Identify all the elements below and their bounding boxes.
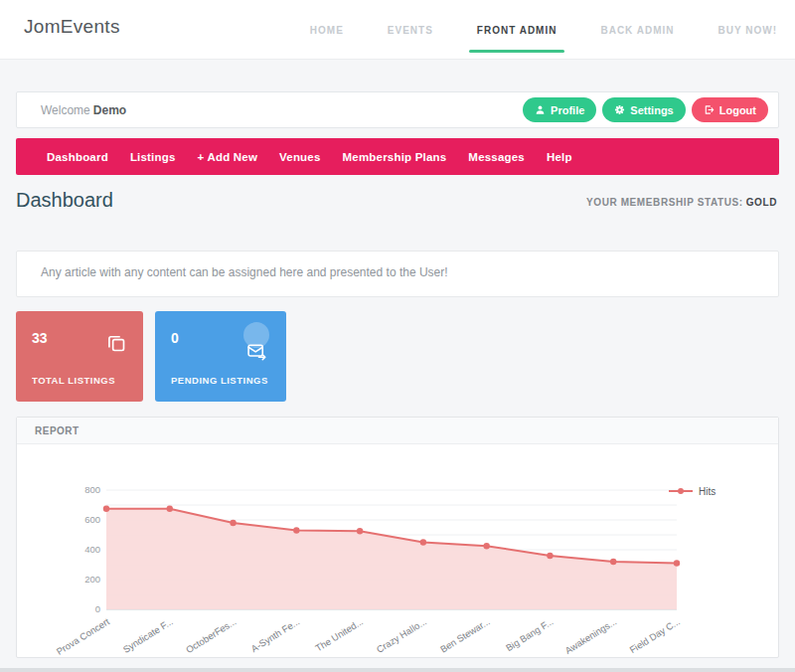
membership-status: YOUR MEMEBRSHIP STATUS:GOLD (586, 197, 777, 208)
username: Demo (93, 103, 126, 117)
hits-area-chart: 0200400600800Prova ConcertSyndicate F...… (17, 443, 778, 657)
notice-box: Any article with any content can be assi… (16, 251, 779, 297)
svg-text:Awakenings...: Awakenings... (562, 615, 618, 656)
admin-nav-help[interactable]: Help (536, 151, 583, 163)
profile-button[interactable]: Profile (523, 97, 596, 122)
svg-text:Field Day C...: Field Day C... (627, 615, 682, 655)
page-title: Dashboard (16, 189, 113, 212)
logout-button[interactable]: Logout (692, 97, 768, 122)
svg-text:The United...: The United... (313, 615, 365, 653)
mail-forward-icon (246, 341, 266, 361)
svg-text:0: 0 (95, 603, 100, 614)
admin-nav-membership-plans[interactable]: Membership Plans (332, 151, 458, 163)
report-panel: REPORT 0200400600800Prova ConcertSyndica… (16, 417, 779, 658)
admin-nav-listings[interactable]: Listings (119, 151, 187, 163)
svg-text:800: 800 (84, 484, 100, 495)
nav-item-events[interactable]: EVENTS (386, 21, 435, 40)
settings-button-label: Settings (630, 104, 673, 116)
admin-nav-messages[interactable]: Messages (457, 151, 536, 163)
total-listings-card[interactable]: 33 TOTAL LISTINGS (16, 311, 143, 402)
jomevents-logo: JomEvents (24, 16, 120, 38)
report-panel-title: REPORT (35, 425, 80, 436)
nav-item-front-admin[interactable]: FRONT ADMIN (475, 21, 559, 40)
welcome-label: Welcome (41, 103, 90, 117)
membership-status-value: GOLD (746, 197, 777, 208)
gear-icon (614, 104, 625, 115)
nav-item-home[interactable]: HOME (308, 21, 346, 40)
admin-nav-dashboard[interactable]: Dashboard (36, 151, 119, 163)
settings-button[interactable]: Settings (602, 97, 685, 122)
pending-listings-card[interactable]: 0 PENDING LISTINGS (155, 311, 286, 402)
admin-nav: Dashboard Listings + Add New Venues Memb… (16, 138, 779, 175)
total-listings-value: 33 (32, 330, 48, 346)
site-nav: HOME EVENTS FRONT ADMIN BACK ADMIN BUY N… (308, 0, 779, 60)
svg-text:Ben Stewar...: Ben Stewar... (438, 615, 492, 654)
nav-item-back-admin[interactable]: BACK ADMIN (598, 21, 676, 40)
total-listings-label: TOTAL LISTINGS (32, 375, 115, 386)
nav-item-buy-now[interactable]: BUY NOW! (716, 21, 779, 40)
welcome-text: WelcomeDemo (41, 103, 126, 117)
copy-icon (106, 333, 126, 353)
profile-button-label: Profile (551, 104, 584, 116)
svg-text:Syndicate F...: Syndicate F... (121, 615, 175, 655)
user-icon (535, 104, 546, 115)
user-actions: Profile Settings Logout (523, 97, 768, 122)
svg-text:Big Bang F...: Big Bang F... (504, 615, 556, 653)
jomevents-dashboard-page: JomEvents HOME EVENTS FRONT ADMIN BACK A… (0, 0, 795, 672)
admin-nav-venues[interactable]: Venues (268, 151, 331, 163)
svg-text:Hits: Hits (699, 486, 716, 497)
svg-text:OctoberFes...: OctoberFes... (184, 615, 238, 655)
notice-text: Any article with any content can be assi… (41, 265, 448, 279)
footer-strip (0, 668, 795, 672)
membership-status-label: YOUR MEMEBRSHIP STATUS: (586, 197, 743, 208)
logout-icon (704, 104, 715, 115)
svg-text:Prova Concert: Prova Concert (55, 615, 112, 657)
pending-listings-value: 0 (171, 330, 179, 346)
svg-text:A-Synth Fe...: A-Synth Fe... (249, 615, 302, 654)
svg-text:Crazy Hallo...: Crazy Hallo... (375, 615, 428, 655)
logout-button-label: Logout (719, 104, 756, 116)
svg-text:400: 400 (84, 544, 100, 555)
svg-text:600: 600 (84, 514, 100, 525)
admin-nav-add-new[interactable]: + Add New (187, 151, 268, 163)
report-panel-header: REPORT (17, 418, 778, 444)
pending-listings-label: PENDING LISTINGS (171, 375, 268, 386)
welcome-bar: WelcomeDemo Profile Settings Logout (16, 91, 779, 128)
site-header: JomEvents HOME EVENTS FRONT ADMIN BACK A… (0, 0, 795, 60)
svg-text:200: 200 (84, 574, 100, 585)
